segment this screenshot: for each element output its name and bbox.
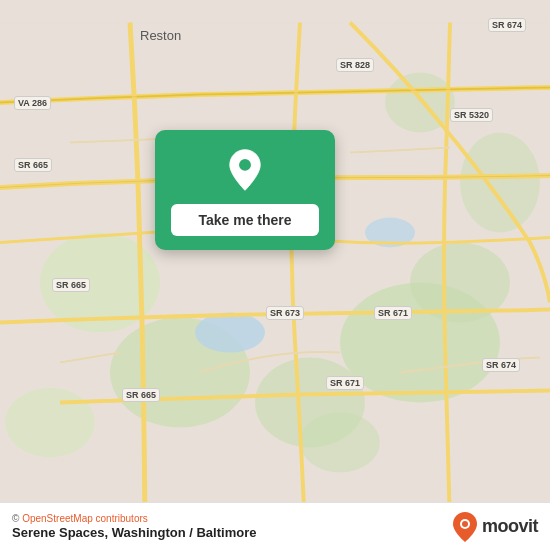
road-label-sr674-bottom: SR 674: [482, 358, 520, 372]
osm-link[interactable]: OpenStreetMap contributors: [22, 513, 148, 524]
svg-point-8: [385, 73, 455, 133]
moovit-logo: moovit: [452, 511, 538, 543]
road-label-sr665-3: SR 665: [122, 388, 160, 402]
map-pin-icon: [223, 148, 267, 192]
road-label-sr671-2: SR 671: [326, 376, 364, 390]
svg-point-10: [195, 313, 265, 353]
map-container: Reston SR 674 SR 828 VA 286 SR 5320 SR 6…: [0, 0, 550, 550]
osm-credit: © OpenStreetMap contributors: [12, 513, 256, 524]
bottom-left-info: © OpenStreetMap contributors Serene Spac…: [12, 513, 256, 540]
moovit-brand-text: moovit: [482, 516, 538, 537]
road-label-sr671-1: SR 671: [374, 306, 412, 320]
road-label-va286: VA 286: [14, 96, 51, 110]
road-label-sr828: SR 828: [336, 58, 374, 72]
road-label-sr665-2: SR 665: [52, 278, 90, 292]
map-svg: [0, 0, 550, 550]
road-label-sr665-1: SR 665: [14, 158, 52, 172]
bottom-bar: © OpenStreetMap contributors Serene Spac…: [0, 502, 550, 550]
location-name: Serene Spaces, Washington / Baltimore: [12, 525, 256, 540]
svg-point-14: [462, 521, 468, 527]
take-me-there-button[interactable]: Take me there: [171, 204, 319, 236]
city-label: Reston: [140, 28, 181, 43]
location-card: Take me there: [155, 130, 335, 250]
svg-point-7: [460, 133, 540, 233]
svg-point-12: [239, 159, 251, 171]
road-label-sr673: SR 673: [266, 306, 304, 320]
road-label-sr674-top: SR 674: [488, 18, 526, 32]
svg-point-9: [300, 413, 380, 473]
svg-point-6: [5, 388, 95, 458]
moovit-pin-icon: [452, 511, 478, 543]
road-label-sr5320: SR 5320: [450, 108, 493, 122]
